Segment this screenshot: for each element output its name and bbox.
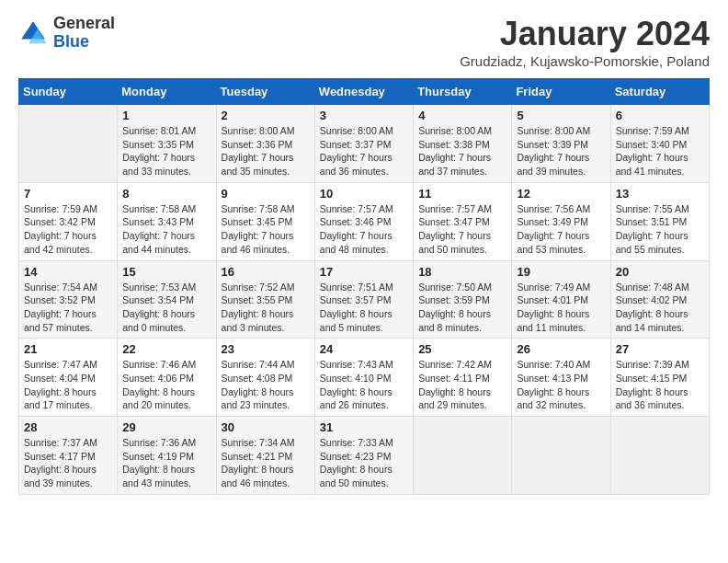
day-cell: 6Sunrise: 7:59 AMSunset: 3:40 PMDaylight… — [610, 105, 709, 183]
day-info: Sunrise: 7:58 AMSunset: 3:45 PMDaylight:… — [222, 202, 310, 257]
day-info: Sunrise: 7:56 AMSunset: 3:49 PMDaylight:… — [517, 202, 605, 257]
day-number: 4 — [418, 109, 506, 122]
day-info: Sunrise: 7:42 AMSunset: 4:11 PMDaylight:… — [418, 358, 506, 412]
day-cell: 2Sunrise: 8:00 AMSunset: 3:36 PMDaylight… — [216, 105, 314, 183]
day-number: 17 — [320, 265, 408, 279]
day-info: Sunrise: 7:48 AMSunset: 4:02 PMDaylight:… — [616, 281, 704, 335]
day-number: 13 — [616, 187, 704, 201]
column-header-thursday: Thursday — [414, 79, 512, 105]
column-header-sunday: Sunday — [19, 79, 118, 105]
day-number: 29 — [122, 420, 210, 434]
day-info: Sunrise: 7:54 AMSunset: 3:52 PMDaylight:… — [24, 281, 112, 335]
day-number: 14 — [24, 265, 112, 279]
day-cell: 26Sunrise: 7:40 AMSunset: 4:13 PMDayligh… — [512, 339, 610, 417]
calendar-header-row: SundayMondayTuesdayWednesdayThursdayFrid… — [19, 79, 710, 105]
day-info: Sunrise: 7:47 AMSunset: 4:04 PMDaylight:… — [24, 358, 112, 412]
day-cell: 16Sunrise: 7:52 AMSunset: 3:55 PMDayligh… — [216, 260, 314, 339]
day-info: Sunrise: 7:57 AMSunset: 3:46 PMDaylight:… — [320, 202, 408, 257]
day-number: 26 — [517, 342, 605, 356]
day-info: Sunrise: 8:00 AMSunset: 3:39 PMDaylight:… — [517, 124, 605, 178]
logo: General Blue — [18, 15, 115, 52]
day-number: 9 — [222, 187, 310, 201]
day-info: Sunrise: 7:36 AMSunset: 4:19 PMDaylight:… — [122, 436, 210, 490]
column-header-monday: Monday — [118, 79, 216, 105]
day-number: 2 — [222, 109, 310, 122]
week-row-4: 21Sunrise: 7:47 AMSunset: 4:04 PMDayligh… — [19, 339, 710, 417]
day-number: 31 — [320, 420, 408, 434]
week-row-2: 7Sunrise: 7:59 AMSunset: 3:42 PMDaylight… — [19, 182, 710, 260]
day-cell: 15Sunrise: 7:53 AMSunset: 3:54 PMDayligh… — [118, 260, 216, 339]
title-block: January 2024 Grudziadz, Kujawsko-Pomorsk… — [460, 15, 710, 69]
day-info: Sunrise: 7:59 AMSunset: 3:42 PMDaylight:… — [24, 202, 112, 257]
day-cell: 22Sunrise: 7:46 AMSunset: 4:06 PMDayligh… — [118, 339, 216, 417]
month-title: January 2024 — [460, 15, 710, 53]
day-number: 21 — [24, 342, 112, 356]
logo-blue: Blue — [53, 32, 89, 51]
day-info: Sunrise: 7:58 AMSunset: 3:43 PMDaylight:… — [122, 202, 210, 257]
week-row-3: 14Sunrise: 7:54 AMSunset: 3:52 PMDayligh… — [19, 260, 710, 339]
day-info: Sunrise: 7:33 AMSunset: 4:23 PMDaylight:… — [320, 436, 408, 490]
day-cell: 5Sunrise: 8:00 AMSunset: 3:39 PMDaylight… — [512, 105, 610, 183]
column-header-saturday: Saturday — [610, 79, 709, 105]
day-cell: 21Sunrise: 7:47 AMSunset: 4:04 PMDayligh… — [19, 339, 118, 417]
day-cell: 13Sunrise: 7:55 AMSunset: 3:51 PMDayligh… — [610, 182, 709, 260]
day-number: 19 — [517, 265, 605, 279]
day-cell — [610, 417, 709, 495]
day-cell — [512, 417, 610, 495]
week-row-5: 28Sunrise: 7:37 AMSunset: 4:17 PMDayligh… — [19, 417, 710, 495]
day-number: 10 — [320, 187, 408, 201]
day-number: 3 — [320, 109, 408, 122]
day-number: 25 — [418, 342, 506, 356]
day-cell — [19, 105, 118, 183]
day-number: 6 — [616, 109, 704, 122]
logo-general: General — [53, 14, 115, 32]
day-cell: 30Sunrise: 7:34 AMSunset: 4:21 PMDayligh… — [216, 417, 314, 495]
logo-icon — [18, 18, 48, 48]
day-cell: 18Sunrise: 7:50 AMSunset: 3:59 PMDayligh… — [414, 260, 512, 339]
day-info: Sunrise: 7:50 AMSunset: 3:59 PMDaylight:… — [418, 281, 506, 335]
day-number: 24 — [320, 342, 408, 356]
day-number: 7 — [24, 187, 112, 201]
day-cell: 17Sunrise: 7:51 AMSunset: 3:57 PMDayligh… — [314, 260, 413, 339]
day-number: 30 — [222, 420, 310, 434]
day-number: 12 — [517, 187, 605, 201]
calendar-table: SundayMondayTuesdayWednesdayThursdayFrid… — [18, 78, 710, 495]
day-info: Sunrise: 8:01 AMSunset: 3:35 PMDaylight:… — [122, 124, 210, 178]
day-info: Sunrise: 7:44 AMSunset: 4:08 PMDaylight:… — [222, 358, 310, 412]
column-header-tuesday: Tuesday — [216, 79, 314, 105]
day-number: 23 — [222, 342, 310, 356]
day-info: Sunrise: 7:46 AMSunset: 4:06 PMDaylight:… — [122, 358, 210, 412]
day-info: Sunrise: 7:57 AMSunset: 3:47 PMDaylight:… — [418, 202, 506, 257]
day-info: Sunrise: 7:49 AMSunset: 4:01 PMDaylight:… — [517, 281, 605, 335]
day-cell: 3Sunrise: 8:00 AMSunset: 3:37 PMDaylight… — [314, 105, 413, 183]
day-cell: 25Sunrise: 7:42 AMSunset: 4:11 PMDayligh… — [414, 339, 512, 417]
day-cell: 4Sunrise: 8:00 AMSunset: 3:38 PMDaylight… — [414, 105, 512, 183]
day-number: 22 — [122, 342, 210, 356]
column-header-wednesday: Wednesday — [314, 79, 413, 105]
day-info: Sunrise: 7:40 AMSunset: 4:13 PMDaylight:… — [517, 358, 605, 412]
day-cell: 29Sunrise: 7:36 AMSunset: 4:19 PMDayligh… — [118, 417, 216, 495]
day-cell: 31Sunrise: 7:33 AMSunset: 4:23 PMDayligh… — [314, 417, 413, 495]
day-info: Sunrise: 7:39 AMSunset: 4:15 PMDaylight:… — [616, 358, 704, 412]
day-number: 28 — [24, 420, 112, 434]
day-number: 20 — [616, 265, 704, 279]
page-header: General Blue January 2024 Grudziadz, Kuj… — [18, 15, 710, 69]
day-cell: 10Sunrise: 7:57 AMSunset: 3:46 PMDayligh… — [314, 182, 413, 260]
column-header-friday: Friday — [512, 79, 610, 105]
day-number: 1 — [122, 109, 210, 122]
day-cell: 1Sunrise: 8:01 AMSunset: 3:35 PMDaylight… — [118, 105, 216, 183]
day-info: Sunrise: 7:53 AMSunset: 3:54 PMDaylight:… — [122, 281, 210, 335]
day-cell: 9Sunrise: 7:58 AMSunset: 3:45 PMDaylight… — [216, 182, 314, 260]
day-info: Sunrise: 7:55 AMSunset: 3:51 PMDaylight:… — [616, 202, 704, 257]
day-cell: 27Sunrise: 7:39 AMSunset: 4:15 PMDayligh… — [610, 339, 709, 417]
day-cell: 23Sunrise: 7:44 AMSunset: 4:08 PMDayligh… — [216, 339, 314, 417]
day-number: 11 — [418, 187, 506, 201]
day-info: Sunrise: 7:34 AMSunset: 4:21 PMDaylight:… — [222, 436, 310, 490]
day-number: 8 — [122, 187, 210, 201]
day-number: 5 — [517, 109, 605, 122]
day-cell: 20Sunrise: 7:48 AMSunset: 4:02 PMDayligh… — [610, 260, 709, 339]
day-number: 16 — [222, 265, 310, 279]
day-cell — [414, 417, 512, 495]
day-info: Sunrise: 7:51 AMSunset: 3:57 PMDaylight:… — [320, 281, 408, 335]
day-cell: 8Sunrise: 7:58 AMSunset: 3:43 PMDaylight… — [118, 182, 216, 260]
